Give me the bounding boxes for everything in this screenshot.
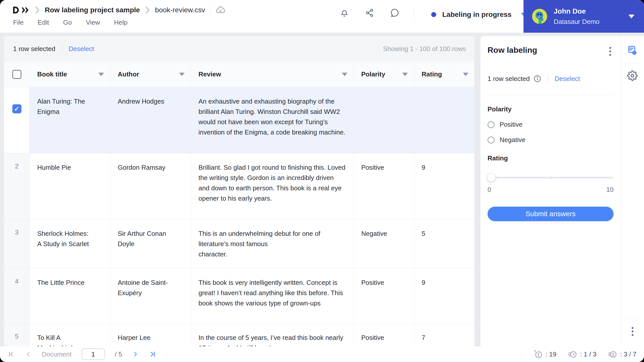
column-header-rating[interactable]: Rating (414, 62, 474, 87)
cell-author[interactable]: Gordon Ramsay (110, 153, 191, 219)
cell-book-title[interactable]: The Little Prince (30, 268, 110, 323)
column-label: Review (198, 70, 221, 78)
cell-author[interactable]: Andrew Hodges (110, 87, 191, 153)
notifications-bell-icon[interactable] (340, 8, 349, 18)
cell-author[interactable]: Antoine de Saint-Exupéry (110, 268, 191, 323)
cell-review[interactable]: This book is very intelligently written.… (191, 268, 354, 323)
panel-deselect-link[interactable]: Deselect (555, 75, 580, 83)
cell-polarity[interactable]: Negative (354, 219, 414, 268)
cell-review[interactable]: Brilliant. So glad I got round to finish… (191, 153, 354, 219)
menu-help[interactable]: Help (114, 19, 127, 26)
radio-negative[interactable]: Negative (488, 136, 614, 144)
table-row[interactable]: ✓ Alan Turing: The Enigma Andrew Hodges … (4, 87, 474, 153)
radio-circle-icon[interactable] (488, 137, 495, 144)
menu-view[interactable]: View (86, 19, 100, 26)
row-number[interactable]: 5 (4, 324, 30, 346)
page-number-input[interactable] (82, 348, 105, 360)
project-status[interactable]: Labeling in progress (414, 7, 527, 22)
counter-value: : 1 / 3 (580, 350, 596, 358)
row-select-cell[interactable]: ✓ (4, 87, 30, 153)
divider (626, 318, 639, 319)
filter-caret-icon[interactable] (179, 73, 185, 76)
cell-review[interactable]: An exhaustive and exhausting biography o… (191, 87, 354, 153)
divider (62, 44, 62, 53)
column-label: Book title (37, 70, 67, 78)
status-label: Labeling in progress (442, 11, 511, 19)
cell-book-title[interactable]: To Kill A Mockingbird (30, 324, 110, 346)
table-row[interactable]: 3 Sherlock Holmes: A Study in Scarlet Si… (4, 219, 474, 268)
row-number[interactable]: 3 (4, 219, 30, 268)
previous-page-icon[interactable] (25, 350, 32, 358)
cell-review[interactable]: This is an underwhelming debut for one o… (191, 219, 354, 268)
svg-text:T: T (534, 350, 536, 353)
filter-caret-icon[interactable] (402, 73, 408, 76)
breadcrumb-file[interactable]: book-review.csv (155, 6, 205, 14)
filter-caret-icon[interactable] (342, 73, 347, 76)
last-page-icon[interactable] (149, 350, 156, 358)
deselect-link[interactable]: Deselect (69, 45, 94, 53)
filter-caret-icon[interactable] (463, 73, 468, 76)
slider-handle[interactable] (487, 173, 496, 182)
column-header-review[interactable]: Review (191, 62, 354, 87)
counter-value: : 19 (546, 350, 556, 358)
table-row[interactable]: 2 Humble Pie Gordon Ramsay Brilliant. So… (4, 153, 474, 219)
first-page-icon[interactable] (8, 350, 15, 358)
cell-rating[interactable]: 9 (414, 153, 474, 219)
cell-polarity[interactable] (354, 87, 414, 153)
row-checkbox-checked[interactable]: ✓ (12, 104, 21, 113)
column-header-polarity[interactable]: Polarity (354, 62, 414, 87)
cell-polarity[interactable]: Positive (354, 153, 414, 219)
slider-min-label: 0 (488, 186, 491, 194)
cell-rating[interactable] (414, 87, 474, 153)
table-header-row: Book title Author Review Polarity Rating (4, 62, 474, 87)
next-page-icon[interactable] (132, 350, 139, 358)
cell-rating[interactable]: 9 (414, 268, 474, 323)
polarity-label: Polarity (488, 105, 614, 113)
settings-gear-icon[interactable] (621, 70, 644, 81)
info-icon[interactable] (533, 75, 541, 83)
submit-answers-button[interactable]: Submit answers (488, 207, 614, 221)
kebab-menu-icon[interactable] (607, 46, 614, 57)
breadcrumb-project[interactable]: Row labeling project sample (45, 6, 140, 14)
menu-file[interactable]: File (13, 19, 24, 26)
cell-book-title[interactable]: Sherlock Holmes: A Study in Scarlet (30, 219, 110, 268)
more-options-icon[interactable] (621, 326, 644, 337)
comment-icon[interactable] (390, 8, 399, 18)
cell-rating[interactable]: 5 (414, 219, 474, 268)
rating-slider[interactable] (488, 173, 614, 182)
cell-author[interactable]: Sir Arthur Conan Doyle (110, 219, 191, 268)
status-dot-icon (431, 12, 436, 17)
table-row[interactable]: 5 To Kill A Mockingbird Harper Lee In th… (4, 324, 474, 346)
cell-polarity[interactable]: Positive (354, 268, 414, 323)
user-menu[interactable]: John Doe Datasaur Demo (524, 0, 644, 33)
svg-text:Σ: Σ (537, 353, 540, 357)
menu-edit[interactable]: Edit (38, 19, 49, 26)
header-actions (340, 8, 399, 18)
cell-polarity[interactable]: Positive (354, 324, 414, 346)
cell-rating[interactable]: 7 (414, 324, 474, 346)
token-count: Σ T : 19 (534, 350, 556, 359)
column-header-book-title[interactable]: Book title (30, 62, 110, 87)
right-icon-strip (621, 36, 644, 346)
row-number[interactable]: 4 (4, 268, 30, 323)
cell-book-title[interactable]: Alan Turing: The Enigma (30, 87, 110, 153)
row-labeling-tab-icon[interactable] (621, 45, 644, 56)
filter-caret-icon[interactable] (98, 73, 104, 76)
menu-go[interactable]: Go (63, 19, 72, 26)
document-label: Document (42, 350, 72, 358)
select-all-checkbox[interactable] (12, 70, 21, 79)
datasaur-logo-icon[interactable] (13, 6, 30, 14)
cell-author[interactable]: Harper Lee (110, 324, 191, 346)
cell-review[interactable]: In the course of 5 years, I’ve read this… (191, 324, 354, 346)
counter-value: : 3 / 7 (620, 350, 636, 358)
share-icon[interactable] (365, 8, 374, 18)
rating-label: Rating (488, 154, 614, 162)
top-header: Row labeling project sample book-review.… (0, 0, 644, 33)
column-header-author[interactable]: Author (110, 62, 191, 87)
radio-circle-icon[interactable] (488, 121, 495, 128)
cell-book-title[interactable]: Humble Pie (30, 153, 110, 219)
radio-positive[interactable]: Positive (488, 121, 614, 128)
select-all-cell[interactable] (4, 62, 30, 87)
table-row[interactable]: 4 The Little Prince Antoine de Saint-Exu… (4, 268, 474, 324)
row-number[interactable]: 2 (4, 153, 30, 219)
